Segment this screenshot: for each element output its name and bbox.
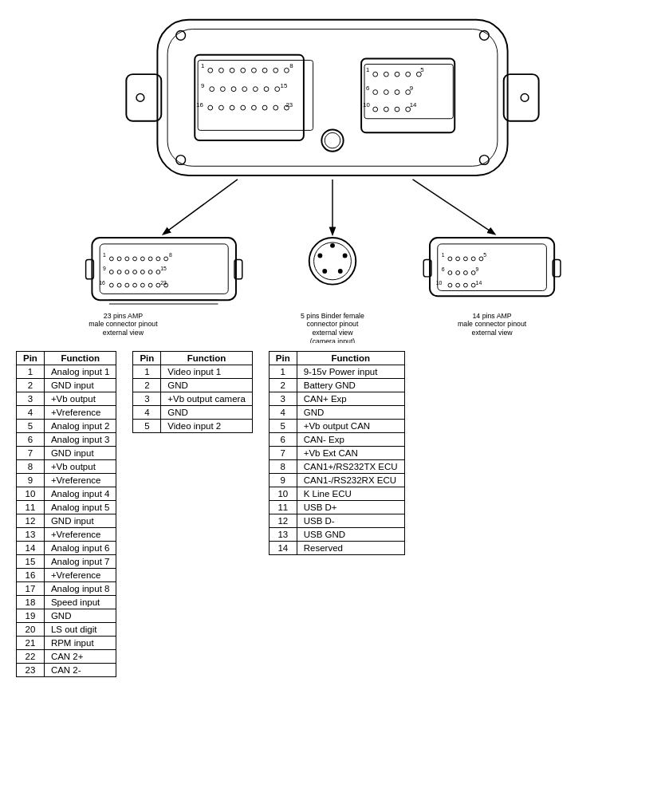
svg-text:16: 16 xyxy=(99,280,105,286)
pin-function: GND xyxy=(297,406,404,420)
pin-number: 16 xyxy=(17,569,45,582)
svg-point-120 xyxy=(456,257,460,261)
pin-function: K Line ECU xyxy=(297,487,404,501)
table-row: 8+Vb output xyxy=(17,460,116,474)
table-row: 10K Line ECU xyxy=(269,487,404,501)
svg-text:14: 14 xyxy=(410,101,417,108)
pin-function: +Vreference xyxy=(44,569,116,582)
table-row: 12USB D- xyxy=(269,514,404,528)
pin-function: Speed input xyxy=(44,596,116,609)
pin-function: GND input xyxy=(44,379,116,392)
svg-point-73 xyxy=(133,257,137,261)
svg-point-18 xyxy=(273,68,278,73)
pin-number: 4 xyxy=(133,406,161,420)
table-row: 20LS out digit xyxy=(17,623,116,637)
table-row: 16+Vreference xyxy=(17,569,116,582)
pin-function: USB GND xyxy=(297,528,404,542)
pin-function: CAN1-/RS232RX ECU xyxy=(297,474,404,487)
pin-function: Analog input 3 xyxy=(44,433,116,447)
table-23-func-header: Function xyxy=(44,352,116,365)
svg-point-110 xyxy=(322,269,327,274)
svg-point-119 xyxy=(448,257,452,261)
pin-number: 7 xyxy=(269,447,297,460)
svg-text:connector pinout: connector pinout xyxy=(307,320,359,328)
svg-text:10: 10 xyxy=(436,280,443,286)
pin-function: 9-15v Power input xyxy=(297,365,404,379)
pin-function: Analog input 8 xyxy=(44,582,116,596)
table-row: 3+Vb output xyxy=(17,392,116,406)
table-row: 6Analog input 3 xyxy=(17,433,116,447)
svg-point-72 xyxy=(125,257,129,261)
svg-point-71 xyxy=(117,257,121,261)
svg-point-94 xyxy=(148,283,152,287)
svg-point-25 xyxy=(242,87,247,92)
svg-rect-40 xyxy=(198,61,313,131)
svg-text:14: 14 xyxy=(476,280,482,286)
table-row: 11USB D+ xyxy=(269,501,404,514)
svg-point-31 xyxy=(208,105,213,110)
svg-text:16: 16 xyxy=(196,101,203,108)
table-23-pin-header: Pin xyxy=(17,352,45,365)
pin-function: Video input 2 xyxy=(161,420,253,433)
pin-number: 12 xyxy=(269,514,297,528)
table-row: 13+Vreference xyxy=(17,528,116,542)
table-row: 12GND input xyxy=(17,514,116,528)
svg-point-132 xyxy=(448,283,452,287)
pin-number: 10 xyxy=(17,487,45,501)
svg-text:10: 10 xyxy=(363,101,370,108)
svg-text:1: 1 xyxy=(201,62,204,69)
svg-point-51 xyxy=(384,90,388,95)
pin-number: 5 xyxy=(17,420,45,433)
pin-number: 2 xyxy=(269,379,297,392)
pin-number: 2 xyxy=(17,379,45,392)
pin-function: GND input xyxy=(44,447,116,460)
svg-text:15: 15 xyxy=(160,266,167,271)
svg-point-83 xyxy=(133,270,137,274)
svg-point-70 xyxy=(109,257,113,261)
pin-function: CAN+ Exp xyxy=(297,392,404,406)
pin-function: +Vb output xyxy=(44,460,116,474)
table-row: 3+Vb output camera xyxy=(133,392,252,406)
svg-point-50 xyxy=(373,90,378,95)
table-5-container: Pin Function 1Video input 12GND3+Vb outp… xyxy=(132,351,252,433)
connector-14-pin: 1 5 6 9 10 14 xyxy=(423,238,561,337)
svg-text:9: 9 xyxy=(410,85,413,92)
pin-number: 8 xyxy=(269,460,297,474)
table-row: 14Analog input 6 xyxy=(17,542,116,555)
pin-number: 6 xyxy=(17,433,45,447)
svg-point-108 xyxy=(343,254,348,258)
pin-function: GND xyxy=(44,609,116,623)
svg-rect-117 xyxy=(438,244,547,291)
diagram-area: 1 8 9 15 16 xyxy=(8,8,657,343)
svg-point-56 xyxy=(373,107,378,112)
svg-point-77 xyxy=(164,257,168,261)
pin-function: +Vb output camera xyxy=(161,392,253,406)
table-row: 2Battery GND xyxy=(269,379,404,392)
svg-text:1: 1 xyxy=(103,252,106,258)
svg-point-81 xyxy=(117,270,121,274)
pin-number: 9 xyxy=(17,474,45,487)
pin-function: GND input xyxy=(44,514,116,528)
svg-text:15: 15 xyxy=(281,82,288,89)
svg-point-36 xyxy=(262,105,267,110)
svg-point-91 xyxy=(125,283,129,287)
pin-number: 19 xyxy=(17,609,45,623)
table-row: 1Analog input 1 xyxy=(17,365,116,379)
svg-point-52 xyxy=(395,90,399,95)
pin-function: Analog input 5 xyxy=(44,501,116,514)
pin-number: 22 xyxy=(17,650,45,664)
pin-number: 13 xyxy=(269,528,297,542)
svg-point-123 xyxy=(479,257,483,261)
svg-point-26 xyxy=(253,87,258,92)
svg-point-7 xyxy=(136,94,144,102)
svg-text:23: 23 xyxy=(285,101,293,108)
svg-point-106 xyxy=(314,242,352,280)
svg-point-93 xyxy=(140,283,144,287)
pin-function: CAN 2- xyxy=(44,664,116,677)
svg-text:5: 5 xyxy=(420,66,424,73)
pin-number: 13 xyxy=(17,528,45,542)
svg-point-46 xyxy=(406,72,411,77)
pin-function: Analog input 7 xyxy=(44,555,116,569)
pin-function: RPM input xyxy=(44,637,116,650)
svg-point-111 xyxy=(317,254,322,258)
